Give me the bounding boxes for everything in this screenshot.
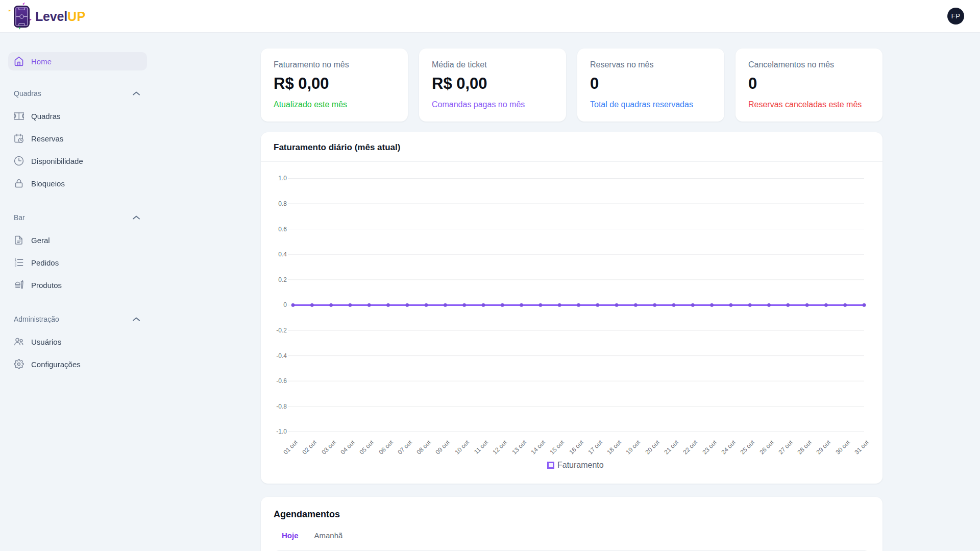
svg-text:3: 3 (15, 263, 17, 267)
